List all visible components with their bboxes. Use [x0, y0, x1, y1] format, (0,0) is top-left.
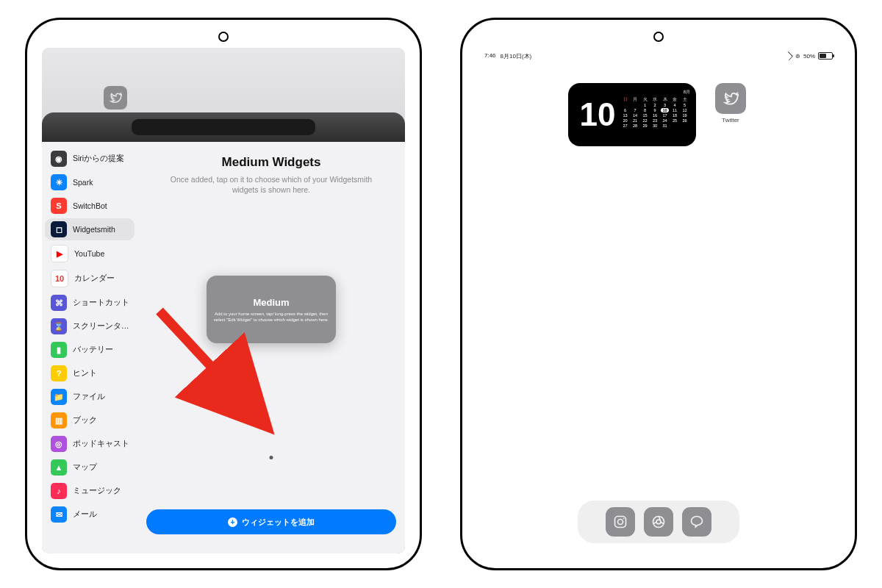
app-label: ファイル	[73, 392, 105, 402]
app-icon: ▶	[51, 245, 68, 262]
widget-subtitle: Once added, tap on it to choose which of…	[165, 174, 378, 195]
app-label: Siriからの提案	[73, 154, 124, 164]
status-battery-pct: 50%	[803, 53, 815, 60]
calendar-widget[interactable]: 10 8月日月火水木金土1234567891011121314151617181…	[568, 83, 696, 146]
sidebar-item-8[interactable]: ▮バッテリー	[45, 339, 135, 361]
widget-detail-pane: Medium Widgets Once added, tap on it to …	[137, 142, 405, 553]
app-icon: ♪	[51, 483, 67, 499]
sidebar-item-3[interactable]: ◻Widgetsmith	[45, 218, 135, 240]
app-icon: 📁	[51, 389, 67, 405]
widget-picker-sheet: ◉Siriからの提案✳SparkSSwitchBot◻Widgetsmith▶Y…	[42, 112, 405, 553]
app-label: スクリーンタ…	[73, 321, 129, 331]
twitter-app-icon[interactable]	[715, 83, 746, 114]
search-input[interactable]	[132, 119, 315, 135]
add-widget-button[interactable]: + ウィジェットを追加	[146, 509, 396, 534]
sidebar-item-2[interactable]: SSwitchBot	[45, 195, 135, 217]
app-label: SwitchBot	[73, 201, 107, 210]
camera-dot	[218, 32, 229, 42]
sidebar-item-15[interactable]: ✉メール	[45, 503, 135, 526]
ipad-frame-right: 7:46 8月10日(木) ⊚ 50% 10 8月日月火水木金土12345678…	[460, 18, 857, 570]
widget-preview-body: Add to your home screen, tap/ long-press…	[212, 311, 330, 323]
app-icon: ✉	[51, 506, 67, 523]
calendar-month-grid: 8月日月火水木金土1234567891011121314151617181920…	[621, 87, 690, 142]
sidebar-item-7[interactable]: ⌛スクリーンタ…	[45, 315, 135, 337]
app-label: YouTube	[74, 249, 104, 258]
app-icon: ⌛	[51, 318, 67, 334]
widget-preview-medium[interactable]: Medium Add to your home screen, tap/ lon…	[207, 276, 336, 343]
sidebar-item-10[interactable]: 📁ファイル	[45, 386, 135, 408]
sidebar-item-13[interactable]: ▲マップ	[45, 456, 135, 478]
sidebar-item-5[interactable]: 10カレンダー	[45, 267, 135, 290]
screen-right: 7:46 8月10日(木) ⊚ 50% 10 8月日月火水木金土12345678…	[477, 48, 840, 553]
dock	[578, 501, 739, 543]
add-widget-label: ウィジェットを追加	[242, 517, 315, 528]
twitter-app-label: Twitter	[722, 117, 739, 123]
twitter-icon	[104, 86, 127, 110]
svg-point-2	[618, 520, 623, 525]
svg-point-5	[656, 520, 661, 524]
sidebar-item-9[interactable]: ?ヒント	[45, 362, 135, 384]
dock-chrome-icon[interactable]	[644, 507, 673, 537]
app-icon: ▲	[51, 459, 67, 476]
app-label: ブック	[73, 415, 97, 426]
widget-preview-title: Medium	[253, 297, 289, 308]
svg-point-3	[623, 518, 625, 520]
plus-icon: +	[228, 517, 237, 527]
app-label: Spark	[73, 178, 93, 187]
app-label: ミュージック	[73, 486, 121, 496]
dock-line-icon[interactable]	[682, 507, 711, 537]
app-label: バッテリー	[73, 345, 113, 355]
sidebar-item-6[interactable]: ⌘ショートカット	[45, 292, 135, 314]
app-icon: S	[51, 198, 67, 214]
screen-left: ◉Siriからの提案✳SparkSSwitchBot◻Widgetsmith▶Y…	[42, 48, 405, 553]
page-indicator-dot	[270, 456, 273, 459]
app-label: ショートカット	[73, 298, 129, 308]
widget-title: Medium Widgets	[222, 155, 321, 170]
app-icon: ✳	[51, 174, 67, 190]
app-icon: 10	[51, 270, 68, 287]
battery-icon	[818, 52, 833, 60]
app-icon: ▮	[51, 342, 67, 358]
sidebar-item-14[interactable]: ♪ミュージック	[45, 480, 135, 502]
app-label: ポッドキャスト	[73, 439, 129, 449]
app-label: マップ	[73, 462, 97, 473]
camera-dot	[653, 32, 664, 42]
sheet-header	[42, 112, 405, 142]
app-icon: ?	[51, 365, 67, 381]
wifi-icon	[785, 53, 792, 59]
ipad-frame-left: ◉Siriからの提案✳SparkSSwitchBot◻Widgetsmith▶Y…	[25, 18, 422, 570]
app-label: メール	[73, 509, 97, 520]
app-sidebar: ◉Siriからの提案✳SparkSSwitchBot◻Widgetsmith▶Y…	[42, 142, 137, 553]
app-label: カレンダー	[74, 273, 115, 284]
app-icon: ◻	[51, 221, 67, 237]
sidebar-item-4[interactable]: ▶YouTube	[45, 242, 135, 265]
app-icon: ⌘	[51, 295, 67, 311]
sidebar-item-12[interactable]: ◎ポッドキャスト	[45, 433, 135, 455]
sidebar-item-0[interactable]: ◉Siriからの提案	[45, 148, 135, 170]
svg-point-4	[653, 517, 664, 528]
app-label: Widgetsmith	[73, 225, 115, 234]
app-icon: ◎	[51, 436, 67, 452]
app-icon: ▥	[51, 412, 67, 429]
svg-rect-1	[615, 517, 626, 528]
dock-instagram-icon[interactable]	[606, 507, 635, 537]
app-label: ヒント	[73, 368, 97, 379]
app-icon: ◉	[51, 151, 67, 167]
calendar-today-number: 10	[574, 87, 621, 142]
status-date: 8月10日(木)	[501, 52, 532, 60]
sidebar-item-11[interactable]: ▥ブック	[45, 409, 135, 431]
sidebar-item-1[interactable]: ✳Spark	[45, 171, 135, 193]
status-time: 7:46	[484, 52, 496, 60]
status-bar: 7:46 8月10日(木) ⊚ 50%	[477, 51, 840, 61]
